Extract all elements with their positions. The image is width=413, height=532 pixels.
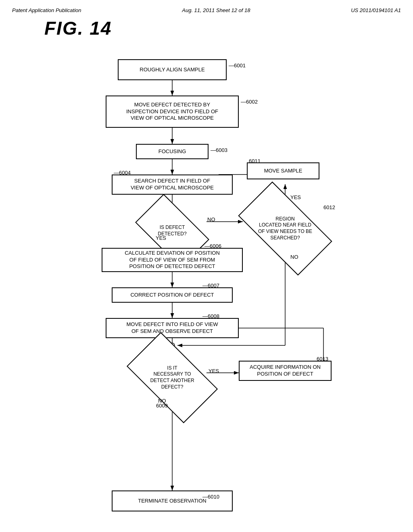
label-6001: —6001 [229,62,246,69]
page: Patent Application Publication Aug. 11, … [0,0,413,532]
node-6007: CORRECT POSITION OF DEFECT [112,287,233,303]
node-6005: IS DEFECTDETECTED? [140,211,204,251]
label-6011: 6011 [249,158,261,164]
flowchart-diagram: ROUGHLY ALIGN SAMPLE —6001 MOVE DEFECT D… [65,47,348,515]
label-6002: —6002 [241,99,258,105]
label-6010: —6010 [202,494,219,500]
label-6006: —6006 [204,243,221,249]
figure-title: FIG. 14 [44,17,401,39]
label-6013: 6013 [317,356,328,362]
label-6003: —6003 [211,147,227,153]
node-6013: ACQUIRE INFORMATION ON POSITION OF DEFEC… [239,361,332,381]
node-6008: MOVE DEFECT INTO FIELD OF VIEW OF SEM AN… [106,318,239,338]
node-6012: REGIONLOCATED NEAR FIELDOF VIEW NEEDS TO… [243,204,327,253]
node-6004: SEARCH DEFECT IN FIELD OF VIEW OF OPTICA… [112,175,233,195]
label-6008: —6008 [202,313,219,319]
yes-label-6009: YES [209,368,219,374]
header-right: US 2011/0194101 A1 [351,7,401,13]
header-left: Patent Application Publication [12,7,81,13]
node-6009: IS ITNECESSARY TODETECT ANOTHERDEFECT? [132,353,213,402]
node-6001: ROUGHLY ALIGN SAMPLE [118,59,227,80]
no-label-6005: NO [207,216,215,222]
yes-label-6012: YES [290,194,301,200]
no-label-6012: NO [290,254,298,260]
label-6004: —6004 [114,170,131,176]
label-6007: —6007 [202,283,219,289]
header-center: Aug. 11, 2011 Sheet 12 of 18 [182,7,250,13]
node-6002: MOVE DEFECT DETECTED BY INSPECTION DEVIC… [106,96,239,128]
no-label-6009: NO [158,398,166,404]
node-6011: MOVE SAMPLE [247,162,319,179]
node-6006: CALCULATE DEVIATION OF POSITION OF FIELD… [102,248,243,272]
page-header: Patent Application Publication Aug. 11, … [12,7,401,13]
node-6003: FOCUSING [136,144,209,159]
label-6012: 6012 [323,204,335,210]
